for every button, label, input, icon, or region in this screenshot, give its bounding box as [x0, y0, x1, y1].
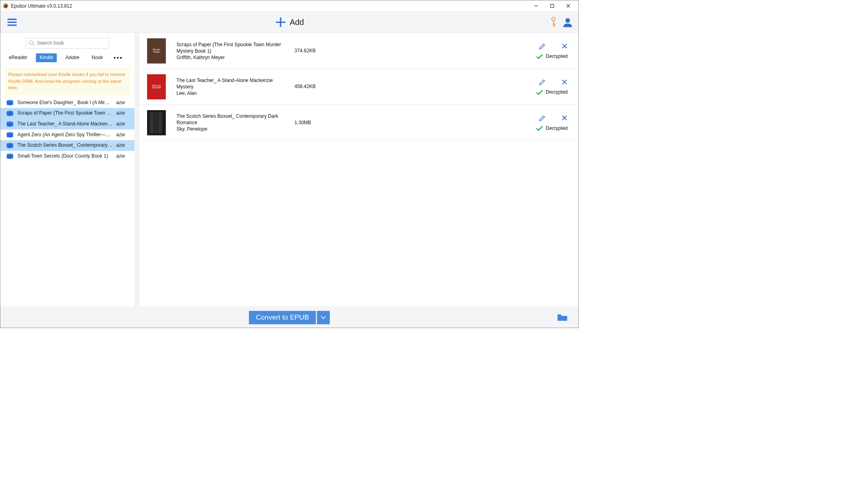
library-list: Someone Else's Daughter_ Book I (A Mir… …: [0, 97, 135, 307]
convert-format-dropdown[interactable]: [317, 311, 330, 324]
svg-point-1: [4, 4, 7, 8]
tab-nook[interactable]: Nook: [88, 53, 107, 62]
convert-button[interactable]: Convert to EPUB: [249, 311, 316, 324]
svg-point-2: [4, 5, 6, 6]
bottom-bar: Convert to EPUB: [0, 307, 579, 328]
search-icon: [29, 40, 35, 46]
maximize-button[interactable]: [544, 1, 560, 11]
checkmark-icon: [536, 125, 543, 131]
user-icon: [562, 17, 573, 28]
key-icon: [549, 17, 557, 28]
queue-item-title: Scraps of Paper (The First Spookie Town …: [176, 41, 284, 54]
pencil-icon: [539, 78, 547, 86]
edit-button[interactable]: [539, 78, 547, 86]
window-controls: [528, 1, 576, 11]
svg-line-18: [33, 44, 34, 45]
pencil-icon: [539, 114, 547, 122]
minimize-button[interactable]: [528, 1, 544, 11]
library-row-title: The Scotch Series Boxset_ Contemporary…: [17, 143, 113, 148]
tab-kindle[interactable]: Kindle: [36, 53, 57, 62]
svg-rect-25: [158, 112, 162, 133]
remove-button[interactable]: [561, 115, 568, 121]
queue-item[interactable]: ScrapsPaper Scraps of Paper (The First S…: [139, 33, 578, 69]
queue-item-size: 374.62KB: [295, 48, 327, 53]
queue-item-size: 458.42KB: [295, 84, 327, 90]
key-button[interactable]: [549, 17, 557, 28]
plus-icon: [275, 16, 287, 28]
svg-point-16: [565, 18, 570, 23]
library-row-ext: azw: [116, 154, 129, 159]
library-row-title: The Last Teacher_ A Stand-Alone Macken…: [17, 121, 113, 127]
library-row[interactable]: Agent Zero (An Agent Zero Spy Thriller—……: [0, 129, 135, 140]
titlebar: Epubor Ultimate v3.0.13.812: [0, 0, 579, 12]
tab-adobe[interactable]: Adobe: [61, 53, 83, 62]
output-folder-button[interactable]: [557, 313, 568, 322]
book-icon: [6, 131, 14, 138]
book-icon: [6, 110, 14, 117]
queue-item-status: Decrypted: [546, 53, 568, 59]
pencil-icon: [539, 42, 547, 50]
book-cover: THE LASTTEACHER: [147, 74, 166, 99]
book-icon: [6, 121, 14, 127]
book-icon: [6, 153, 14, 160]
queue-item[interactable]: THE LASTTEACHER The Last Teacher_ A Stan…: [139, 69, 578, 105]
checkmark-icon: [536, 90, 543, 95]
book-cover: ScrapsPaper: [147, 38, 166, 64]
svg-point-17: [29, 41, 33, 44]
queue-item-size: 1.30MB: [295, 120, 327, 125]
library-row[interactable]: The Last Teacher_ A Stand-Alone Macken… …: [0, 119, 135, 129]
library-row[interactable]: The Scotch Series Boxset_ Contemporary… …: [0, 140, 135, 151]
library-row-title: Scraps of Paper (The First Spookie Town …: [17, 111, 113, 116]
edit-button[interactable]: [539, 42, 547, 50]
panel-gutter[interactable]: [135, 33, 139, 307]
library-row-ext: azw: [116, 121, 129, 127]
queue-item-title: The Last Teacher_ A Stand-Alone Mackenzi…: [176, 77, 284, 90]
library-row[interactable]: Scraps of Paper (The First Spookie Town …: [0, 108, 135, 119]
app-icon: [2, 3, 9, 9]
library-row[interactable]: Small-Town Secrets (Door County Book 1) …: [0, 151, 135, 162]
close-icon: [561, 115, 568, 121]
queue-item-title: The Scotch Series Boxset_ Contemporary D…: [176, 113, 284, 126]
book-icon: [6, 142, 14, 149]
queue-list: ScrapsPaper Scraps of Paper (The First S…: [139, 33, 578, 307]
checkmark-icon: [536, 54, 543, 59]
queue-item-status: Decrypted: [546, 125, 568, 131]
remove-button[interactable]: [561, 43, 568, 49]
close-icon: [561, 43, 568, 49]
library-row-title: Small-Town Secrets (Door County Book 1): [17, 154, 113, 159]
close-button[interactable]: [560, 1, 576, 11]
user-button[interactable]: [562, 17, 573, 28]
remove-button[interactable]: [561, 79, 568, 85]
library-row-ext: azw: [116, 143, 129, 148]
close-icon: [561, 79, 568, 85]
tab-ereader[interactable]: eReader: [5, 53, 31, 62]
book-icon: [6, 99, 14, 106]
search-field[interactable]: [37, 40, 106, 46]
library-row[interactable]: Someone Else's Daughter_ Book I (A Mir… …: [0, 97, 135, 108]
app-window: Epubor Ultimate v3.0.13.812: [0, 0, 579, 328]
add-button[interactable]: Add: [275, 16, 304, 28]
book-cover: [147, 110, 166, 135]
chevron-down-icon: [321, 316, 326, 319]
search-input[interactable]: [26, 38, 109, 49]
menu-button[interactable]: [6, 16, 18, 29]
svg-point-12: [552, 17, 555, 20]
notice-banner: Please redownload your Kindle books if y…: [4, 68, 130, 95]
toolbar: Add: [0, 12, 579, 33]
add-label: Add: [290, 18, 304, 27]
library-row-title: Agent Zero (An Agent Zero Spy Thriller—…: [17, 132, 113, 137]
tab-more[interactable]: •••: [111, 54, 125, 61]
queue-item[interactable]: The Scotch Series Boxset_ Contemporary D…: [139, 105, 578, 141]
window-title: Epubor Ultimate v3.0.13.812: [11, 3, 72, 9]
library-row-ext: azw: [116, 132, 129, 137]
queue-item-status: Decrypted: [546, 90, 568, 95]
svg-rect-23: [150, 112, 154, 133]
library-row-title: Someone Else's Daughter_ Book I (A Mir…: [17, 100, 113, 105]
svg-rect-24: [154, 112, 158, 133]
queue-item-author: Sky, Penelope: [176, 127, 284, 132]
edit-button[interactable]: [539, 114, 547, 122]
library-row-ext: azw: [116, 100, 129, 105]
queue-item-author: Griffith, Kathryn Meyer: [176, 55, 284, 60]
svg-rect-4: [551, 4, 554, 8]
library-row-ext: azw: [116, 111, 129, 116]
